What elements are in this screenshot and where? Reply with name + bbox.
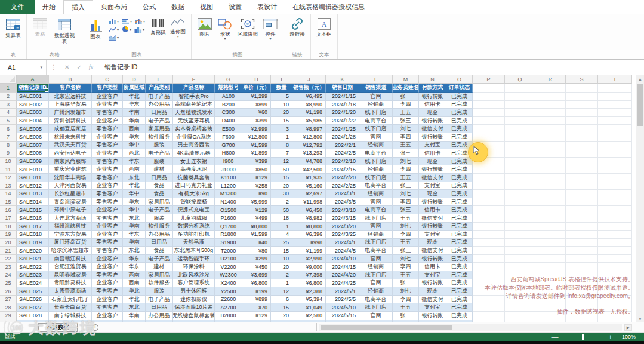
- barcode-button[interactable]: 条形码: [148, 16, 168, 38]
- cell[interactable]: 12: [271, 287, 292, 296]
- cell[interactable]: ¥1,299: [242, 93, 271, 101]
- cell[interactable]: ¥299: [242, 255, 271, 263]
- empty-cell[interactable]: [505, 149, 535, 158]
- cell[interactable]: 张一: [393, 93, 419, 101]
- cell[interactable]: 银行转账: [419, 280, 446, 288]
- cell[interactable]: 已完成: [446, 206, 473, 214]
- vertical-scroll-thumb[interactable]: [637, 84, 643, 126]
- cell[interactable]: 线下门店: [359, 125, 393, 133]
- empty-cell[interactable]: [505, 93, 535, 101]
- empty-cell[interactable]: [598, 280, 632, 288]
- control-button[interactable]: 控件▾: [260, 16, 281, 42]
- cell[interactable]: 东北: [123, 174, 146, 182]
- cell[interactable]: 零售客户: [92, 287, 123, 296]
- cell[interactable]: 官网: [359, 312, 393, 320]
- empty-cell[interactable]: [566, 149, 598, 158]
- empty-cell[interactable]: [535, 117, 566, 125]
- cell[interactable]: 银行转账: [419, 255, 446, 263]
- cell[interactable]: 企业客户: [92, 223, 123, 231]
- cell[interactable]: ¥6,450: [292, 206, 326, 214]
- empty-cell[interactable]: [535, 303, 566, 312]
- cell[interactable]: 女士连衣裙: [173, 158, 215, 166]
- column-header-C[interactable]: C: [92, 75, 123, 84]
- empty-cell[interactable]: [505, 263, 535, 271]
- column-header-L[interactable]: L: [359, 75, 393, 84]
- cell[interactable]: 华东: [123, 231, 146, 239]
- empty-cell[interactable]: [473, 133, 505, 142]
- cell[interactable]: 华北: [123, 287, 146, 296]
- cell[interactable]: 电子产品: [146, 149, 173, 158]
- cell[interactable]: 2024/3/1: [326, 190, 359, 198]
- ribbon-tab-6[interactable]: 视图: [192, 0, 221, 14]
- empty-cell[interactable]: [505, 280, 535, 288]
- cell[interactable]: 东北黑木耳500g: [173, 247, 215, 255]
- cell[interactable]: 1: [271, 280, 292, 288]
- empty-cell[interactable]: [535, 312, 566, 320]
- cell[interactable]: ¥40: [242, 239, 271, 247]
- cell[interactable]: ¥5,985: [292, 117, 326, 125]
- cell[interactable]: 零售客户: [92, 247, 123, 255]
- empty-cell[interactable]: [473, 109, 505, 117]
- empty-cell[interactable]: [505, 239, 535, 247]
- cell[interactable]: 企业客户: [92, 133, 123, 142]
- cell[interactable]: ¥13,293: [292, 149, 326, 158]
- cell[interactable]: 微信支付: [419, 296, 446, 304]
- cell[interactable]: 刘七: [393, 255, 419, 263]
- empty-cell[interactable]: [505, 190, 535, 198]
- header-cell[interactable]: 单价（元）: [242, 84, 271, 93]
- cell[interactable]: 李四: [393, 165, 419, 174]
- cell[interactable]: Q1700: [215, 223, 242, 231]
- cell[interactable]: 零售客户: [92, 158, 123, 166]
- empty-cell[interactable]: [598, 231, 632, 239]
- cell[interactable]: ¥8,800: [292, 223, 326, 231]
- cell[interactable]: 线下门店: [359, 214, 393, 223]
- cell[interactable]: 已完成: [446, 247, 473, 255]
- cell[interactable]: 服装: [146, 214, 173, 223]
- cell[interactable]: 长沙红星超市: [49, 190, 92, 198]
- cell[interactable]: 王五: [393, 109, 419, 117]
- empty-cell[interactable]: [535, 263, 566, 271]
- camera-button[interactable]: 区域快照: [235, 16, 260, 39]
- empty-cell[interactable]: [598, 142, 632, 150]
- cell[interactable]: 进口巧克力礼盒: [173, 182, 215, 191]
- cell[interactable]: 食品: [146, 247, 173, 255]
- cell[interactable]: ¥2,990: [292, 255, 326, 263]
- cell[interactable]: ¥6,800: [242, 280, 271, 288]
- cell[interactable]: 西南: [123, 165, 146, 174]
- cell[interactable]: 支付宝: [419, 182, 446, 191]
- cell[interactable]: 服装: [146, 142, 173, 150]
- empty-cell[interactable]: [505, 214, 535, 223]
- cell[interactable]: 华南: [123, 223, 146, 231]
- cell[interactable]: 数据分析系统: [173, 223, 215, 231]
- cell[interactable]: 服装: [146, 158, 173, 166]
- cell[interactable]: 张三: [393, 117, 419, 125]
- cell[interactable]: 官网: [359, 133, 393, 142]
- empty-cell[interactable]: [473, 255, 505, 263]
- cell[interactable]: 企业客户: [92, 165, 123, 174]
- cell[interactable]: 2024/1/15: [326, 93, 359, 101]
- empty-cell[interactable]: [535, 165, 566, 174]
- cell[interactable]: SALE019: [17, 239, 49, 247]
- empty-cell[interactable]: [535, 158, 566, 166]
- name-box-caret-icon[interactable]: ▾: [40, 65, 42, 70]
- cell[interactable]: 2024/3/25: [326, 231, 359, 239]
- cell[interactable]: 银行转账: [419, 198, 446, 207]
- cell[interactable]: ¥4,788: [292, 158, 326, 166]
- cell[interactable]: 刘七: [393, 125, 419, 133]
- cell[interactable]: 长春长白百货: [49, 303, 92, 312]
- cell[interactable]: 男士休闲裤: [173, 287, 215, 296]
- cell[interactable]: 电子产品: [146, 206, 173, 214]
- cell[interactable]: E500: [215, 125, 242, 133]
- cell[interactable]: 已完成: [446, 190, 473, 198]
- cell[interactable]: SALE028: [17, 312, 49, 320]
- cell[interactable]: 电商平台: [359, 296, 393, 304]
- header-cell[interactable]: 付款方式: [419, 84, 446, 93]
- row-header-13[interactable]: 13: [0, 182, 17, 191]
- cell[interactable]: 微信支付: [419, 125, 446, 133]
- header-cell[interactable]: 业务员姓名: [393, 84, 419, 93]
- cell[interactable]: 2024/1/25: [326, 125, 359, 133]
- empty-cell[interactable]: [598, 223, 632, 231]
- cell[interactable]: 李四: [393, 133, 419, 142]
- row-header-26[interactable]: 26: [0, 287, 17, 296]
- cell[interactable]: SALE004: [17, 117, 49, 125]
